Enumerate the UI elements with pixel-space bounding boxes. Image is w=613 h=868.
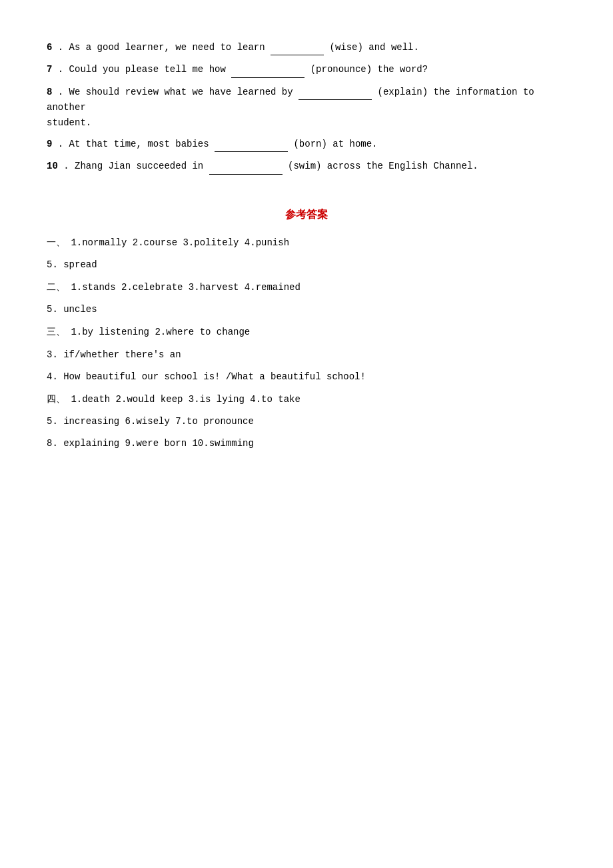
q9-text-before: . At that time, most babies bbox=[58, 139, 215, 149]
answer-line-9: 5. increasing 6.wisely 7.to pronounce bbox=[47, 413, 566, 430]
q6-number: 6 bbox=[47, 42, 52, 53]
answer-line-3: 二、 1.stands 2.celebrate 3.harvest 4.rema… bbox=[47, 279, 566, 296]
answer-line-1-text: 1.normally 2.course 3.politely 4.punish bbox=[71, 237, 289, 248]
q6-hint: (wise) and well. bbox=[329, 42, 418, 53]
q7-hint: (pronounce) the word? bbox=[310, 64, 428, 75]
answer-line-5-text: 1.by listening 2.where to change bbox=[71, 327, 250, 337]
q10-text-before: . Zhang Jian succeeded in bbox=[63, 161, 209, 171]
question-10: 10 . Zhang Jian succeeded in (swim) acro… bbox=[47, 159, 566, 174]
q9-blank bbox=[215, 137, 288, 152]
question-9: 9 . At that time, most babies (born) at … bbox=[47, 137, 566, 152]
q7-number: 7 bbox=[47, 64, 52, 75]
answer-line-1: 一、 1.normally 2.course 3.politely 4.puni… bbox=[47, 234, 566, 251]
answer-line-8: 四、 1.death 2.would keep 3.is lying 4.to … bbox=[47, 391, 566, 408]
q6-blank bbox=[271, 40, 324, 55]
answer-line-2-text: 5. spread bbox=[47, 259, 97, 270]
section-label-yi: 一、 bbox=[47, 237, 65, 247]
q7-blank bbox=[231, 62, 305, 77]
question-7: 7 . Could you please tell me how (pronou… bbox=[47, 62, 566, 77]
answer-line-7: 4. How beautiful our school is! /What a … bbox=[47, 369, 566, 385]
q10-hint: (swim) across the English Channel. bbox=[288, 161, 478, 171]
section-label-si: 四、 bbox=[47, 394, 65, 404]
question-6: 6 . As a good learner, we need to learn … bbox=[47, 40, 566, 55]
answer-line-10: 8. explaining 9.were born 10.swimming bbox=[47, 435, 566, 452]
q8-text-before: . We should review what we have learned … bbox=[58, 87, 299, 97]
question-8: 8 . We should review what we have learne… bbox=[47, 85, 566, 130]
q8-continuation: student. bbox=[47, 117, 91, 128]
questions-section: 6 . As a good learner, we need to learn … bbox=[47, 40, 566, 175]
answer-line-2: 5. spread bbox=[47, 257, 566, 273]
answer-line-6-text: 3. if/whether there's an bbox=[47, 349, 181, 360]
q8-blank bbox=[299, 85, 372, 100]
q10-number: 10 bbox=[47, 161, 58, 171]
answers-section: 参考答案 一、 1.normally 2.course 3.politely 4… bbox=[47, 208, 566, 453]
answer-line-4-text: 5. uncles bbox=[47, 304, 97, 315]
answer-line-10-text: 8. explaining 9.were born 10.swimming bbox=[47, 438, 254, 449]
q9-hint: (born) at home. bbox=[293, 139, 377, 149]
section-label-er: 二、 bbox=[47, 282, 65, 292]
q9-number: 9 bbox=[47, 139, 52, 149]
answer-line-6: 3. if/whether there's an bbox=[47, 347, 566, 363]
q6-text-before: . As a good learner, we need to learn bbox=[58, 42, 265, 53]
section-label-san: 三、 bbox=[47, 327, 65, 337]
q8-number: 8 bbox=[47, 87, 52, 97]
answer-line-4: 5. uncles bbox=[47, 301, 566, 318]
answer-line-3-text: 1.stands 2.celebrate 3.harvest 4.remaine… bbox=[71, 282, 300, 293]
q10-blank bbox=[209, 159, 283, 174]
answer-line-8-text: 1.death 2.would keep 3.is lying 4.to tak… bbox=[71, 394, 300, 405]
answer-line-5: 三、 1.by listening 2.where to change bbox=[47, 323, 566, 341]
answer-line-9-text: 5. increasing 6.wisely 7.to pronounce bbox=[47, 416, 254, 427]
answers-title: 参考答案 bbox=[47, 208, 566, 222]
q7-text-before: . Could you please tell me how bbox=[58, 64, 231, 75]
answer-line-7-text: 4. How beautiful our school is! /What a … bbox=[47, 371, 366, 382]
